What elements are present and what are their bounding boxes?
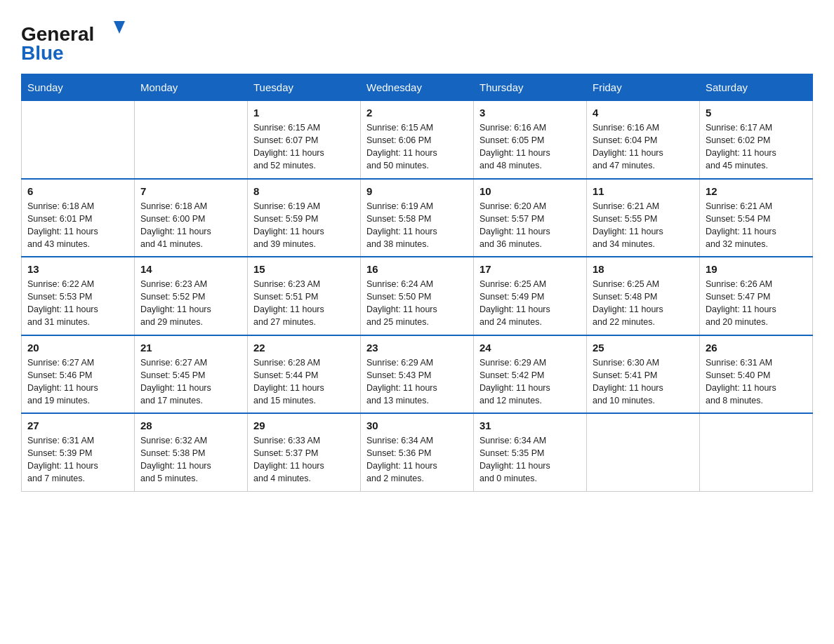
day-info: Sunrise: 6:19 AMSunset: 5:59 PMDaylight:… bbox=[253, 200, 355, 251]
calendar-cell: 16Sunrise: 6:24 AMSunset: 5:50 PMDayligh… bbox=[361, 257, 474, 335]
day-info: Sunrise: 6:22 AMSunset: 5:53 PMDaylight:… bbox=[27, 278, 128, 329]
day-info: Sunrise: 6:25 AMSunset: 5:49 PMDaylight:… bbox=[479, 278, 581, 329]
day-number: 21 bbox=[140, 342, 241, 354]
calendar-cell: 3Sunrise: 6:16 AMSunset: 6:05 PMDaylight… bbox=[474, 101, 587, 179]
day-info: Sunrise: 6:23 AMSunset: 5:52 PMDaylight:… bbox=[140, 278, 241, 329]
day-number: 28 bbox=[140, 420, 241, 431]
calendar-cell bbox=[700, 413, 813, 491]
day-info: Sunrise: 6:28 AMSunset: 5:44 PMDaylight:… bbox=[253, 356, 355, 408]
calendar-cell: 25Sunrise: 6:30 AMSunset: 5:41 PMDayligh… bbox=[587, 335, 700, 414]
day-number: 26 bbox=[706, 342, 807, 354]
calendar-header-wednesday: Wednesday bbox=[361, 74, 474, 101]
day-number: 13 bbox=[27, 263, 128, 275]
day-info: Sunrise: 6:15 AMSunset: 6:07 PMDaylight:… bbox=[253, 121, 355, 173]
calendar-cell: 2Sunrise: 6:15 AMSunset: 6:06 PMDaylight… bbox=[361, 101, 474, 179]
day-info: Sunrise: 6:29 AMSunset: 5:43 PMDaylight:… bbox=[366, 356, 468, 408]
calendar-week-row: 20Sunrise: 6:27 AMSunset: 5:46 PMDayligh… bbox=[22, 335, 813, 414]
logo-svg: General Blue bbox=[21, 14, 126, 67]
day-number: 25 bbox=[593, 342, 694, 354]
day-number: 6 bbox=[27, 185, 128, 197]
svg-text:Blue: Blue bbox=[21, 42, 64, 64]
day-info: Sunrise: 6:24 AMSunset: 5:50 PMDaylight:… bbox=[366, 278, 468, 329]
day-info: Sunrise: 6:31 AMSunset: 5:40 PMDaylight:… bbox=[706, 356, 807, 408]
day-info: Sunrise: 6:34 AMSunset: 5:35 PMDaylight:… bbox=[479, 434, 581, 485]
day-number: 18 bbox=[593, 263, 694, 275]
calendar-cell: 21Sunrise: 6:27 AMSunset: 5:45 PMDayligh… bbox=[135, 335, 248, 414]
page-header: General Blue bbox=[21, 14, 813, 67]
calendar-header-friday: Friday bbox=[587, 74, 700, 101]
calendar-cell: 19Sunrise: 6:26 AMSunset: 5:47 PMDayligh… bbox=[700, 257, 813, 335]
day-info: Sunrise: 6:34 AMSunset: 5:36 PMDaylight:… bbox=[366, 434, 468, 485]
calendar-week-row: 13Sunrise: 6:22 AMSunset: 5:53 PMDayligh… bbox=[22, 257, 813, 335]
day-number: 19 bbox=[706, 263, 807, 275]
day-number: 4 bbox=[593, 107, 694, 119]
day-number: 22 bbox=[253, 342, 355, 354]
calendar-header-sunday: Sunday bbox=[22, 74, 135, 101]
day-info: Sunrise: 6:18 AMSunset: 6:01 PMDaylight:… bbox=[27, 200, 128, 251]
day-info: Sunrise: 6:30 AMSunset: 5:41 PMDaylight:… bbox=[593, 356, 694, 408]
day-number: 8 bbox=[253, 185, 355, 197]
calendar-header-thursday: Thursday bbox=[474, 74, 587, 101]
calendar-cell: 5Sunrise: 6:17 AMSunset: 6:02 PMDaylight… bbox=[700, 101, 813, 179]
day-info: Sunrise: 6:31 AMSunset: 5:39 PMDaylight:… bbox=[27, 434, 128, 485]
day-number: 14 bbox=[140, 263, 241, 275]
day-number: 29 bbox=[253, 420, 355, 431]
day-info: Sunrise: 6:25 AMSunset: 5:48 PMDaylight:… bbox=[593, 278, 694, 329]
day-number: 24 bbox=[479, 342, 581, 354]
calendar-cell: 1Sunrise: 6:15 AMSunset: 6:07 PMDaylight… bbox=[248, 101, 361, 179]
day-number: 23 bbox=[366, 342, 468, 354]
calendar-cell: 12Sunrise: 6:21 AMSunset: 5:54 PMDayligh… bbox=[700, 179, 813, 257]
calendar-week-row: 6Sunrise: 6:18 AMSunset: 6:01 PMDaylight… bbox=[22, 179, 813, 257]
calendar-cell: 24Sunrise: 6:29 AMSunset: 5:42 PMDayligh… bbox=[474, 335, 587, 414]
calendar-cell: 20Sunrise: 6:27 AMSunset: 5:46 PMDayligh… bbox=[22, 335, 135, 414]
day-info: Sunrise: 6:29 AMSunset: 5:42 PMDaylight:… bbox=[479, 356, 581, 408]
day-number: 12 bbox=[706, 185, 807, 197]
calendar-cell: 27Sunrise: 6:31 AMSunset: 5:39 PMDayligh… bbox=[22, 413, 135, 491]
day-number: 17 bbox=[479, 263, 581, 275]
day-info: Sunrise: 6:16 AMSunset: 6:04 PMDaylight:… bbox=[593, 121, 694, 173]
day-number: 27 bbox=[27, 420, 128, 431]
day-number: 9 bbox=[366, 185, 468, 197]
calendar-cell: 9Sunrise: 6:19 AMSunset: 5:58 PMDaylight… bbox=[361, 179, 474, 257]
day-number: 3 bbox=[479, 107, 581, 119]
calendar-cell: 22Sunrise: 6:28 AMSunset: 5:44 PMDayligh… bbox=[248, 335, 361, 414]
day-info: Sunrise: 6:17 AMSunset: 6:02 PMDaylight:… bbox=[706, 121, 807, 173]
day-number: 15 bbox=[253, 263, 355, 275]
day-number: 5 bbox=[706, 107, 807, 119]
calendar-cell: 10Sunrise: 6:20 AMSunset: 5:57 PMDayligh… bbox=[474, 179, 587, 257]
calendar-cell: 29Sunrise: 6:33 AMSunset: 5:37 PMDayligh… bbox=[248, 413, 361, 491]
svg-marker-1 bbox=[114, 21, 125, 34]
calendar-table: SundayMondayTuesdayWednesdayThursdayFrid… bbox=[21, 74, 813, 492]
day-info: Sunrise: 6:33 AMSunset: 5:37 PMDaylight:… bbox=[253, 434, 355, 485]
day-number: 20 bbox=[27, 342, 128, 354]
calendar-cell: 18Sunrise: 6:25 AMSunset: 5:48 PMDayligh… bbox=[587, 257, 700, 335]
calendar-cell: 7Sunrise: 6:18 AMSunset: 6:00 PMDaylight… bbox=[135, 179, 248, 257]
day-number: 7 bbox=[140, 185, 241, 197]
calendar-cell: 13Sunrise: 6:22 AMSunset: 5:53 PMDayligh… bbox=[22, 257, 135, 335]
calendar-header-row: SundayMondayTuesdayWednesdayThursdayFrid… bbox=[22, 74, 813, 101]
calendar-cell: 26Sunrise: 6:31 AMSunset: 5:40 PMDayligh… bbox=[700, 335, 813, 414]
day-info: Sunrise: 6:15 AMSunset: 6:06 PMDaylight:… bbox=[366, 121, 468, 173]
calendar-cell: 6Sunrise: 6:18 AMSunset: 6:01 PMDaylight… bbox=[22, 179, 135, 257]
calendar-week-row: 1Sunrise: 6:15 AMSunset: 6:07 PMDaylight… bbox=[22, 101, 813, 179]
day-info: Sunrise: 6:21 AMSunset: 5:54 PMDaylight:… bbox=[706, 200, 807, 251]
calendar-cell: 17Sunrise: 6:25 AMSunset: 5:49 PMDayligh… bbox=[474, 257, 587, 335]
day-info: Sunrise: 6:27 AMSunset: 5:46 PMDaylight:… bbox=[27, 356, 128, 408]
day-number: 16 bbox=[366, 263, 468, 275]
day-info: Sunrise: 6:18 AMSunset: 6:00 PMDaylight:… bbox=[140, 200, 241, 251]
day-info: Sunrise: 6:23 AMSunset: 5:51 PMDaylight:… bbox=[253, 278, 355, 329]
calendar-cell: 8Sunrise: 6:19 AMSunset: 5:59 PMDaylight… bbox=[248, 179, 361, 257]
day-number: 1 bbox=[253, 107, 355, 119]
day-number: 31 bbox=[479, 420, 581, 431]
calendar-cell: 30Sunrise: 6:34 AMSunset: 5:36 PMDayligh… bbox=[361, 413, 474, 491]
day-info: Sunrise: 6:16 AMSunset: 6:05 PMDaylight:… bbox=[479, 121, 581, 173]
calendar-cell: 4Sunrise: 6:16 AMSunset: 6:04 PMDaylight… bbox=[587, 101, 700, 179]
day-info: Sunrise: 6:26 AMSunset: 5:47 PMDaylight:… bbox=[706, 278, 807, 329]
calendar-cell: 14Sunrise: 6:23 AMSunset: 5:52 PMDayligh… bbox=[135, 257, 248, 335]
logo: General Blue bbox=[21, 14, 126, 67]
day-info: Sunrise: 6:21 AMSunset: 5:55 PMDaylight:… bbox=[593, 200, 694, 251]
day-info: Sunrise: 6:19 AMSunset: 5:58 PMDaylight:… bbox=[366, 200, 468, 251]
calendar-cell bbox=[587, 413, 700, 491]
calendar-week-row: 27Sunrise: 6:31 AMSunset: 5:39 PMDayligh… bbox=[22, 413, 813, 491]
calendar-cell: 31Sunrise: 6:34 AMSunset: 5:35 PMDayligh… bbox=[474, 413, 587, 491]
